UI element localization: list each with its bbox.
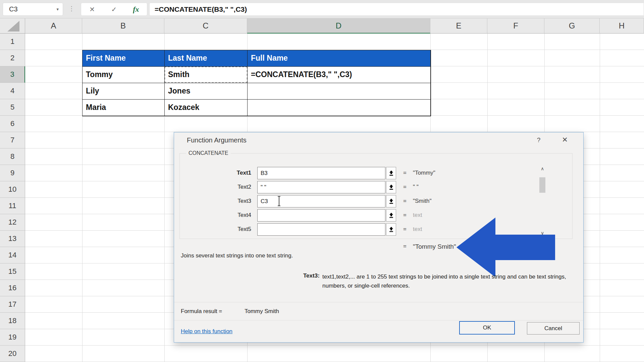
arg-help-label: Text3:: [303, 273, 320, 279]
row-header-5[interactable]: 5: [0, 99, 25, 116]
collapse-dialog-icon[interactable]: [386, 167, 396, 179]
arg-row-text3: Text3 = "Smith": [174, 195, 583, 207]
annotation-arrow: [457, 218, 555, 277]
cell-B3[interactable]: Tommy: [83, 67, 165, 83]
row-header-4[interactable]: 4: [0, 83, 25, 99]
collapse-dialog-icon[interactable]: [386, 195, 396, 207]
row-headers: 1234567891011121314151617181920: [0, 34, 25, 362]
cell-C5[interactable]: Kozacek: [165, 100, 248, 116]
dialog-close-icon[interactable]: ✕: [559, 136, 571, 144]
cell-D4[interactable]: [248, 83, 431, 100]
row-header-18[interactable]: 18: [0, 313, 25, 329]
arg-result: " ": [413, 184, 419, 190]
row-header-20[interactable]: 20: [0, 346, 25, 362]
column-header-C[interactable]: C: [164, 18, 247, 34]
cancel-button[interactable]: Cancel: [527, 322, 580, 335]
name-box-value: C3: [3, 5, 56, 13]
row-header-8[interactable]: 8: [0, 148, 25, 165]
formula-result-value: Tommy Smith: [245, 308, 279, 315]
row-header-11[interactable]: 11: [0, 198, 25, 214]
arg-result: text: [413, 226, 422, 233]
row-header-19[interactable]: 19: [0, 329, 25, 346]
arg-result: "Smith": [413, 198, 432, 204]
row-header-6[interactable]: 6: [0, 116, 25, 132]
collapse-dialog-icon[interactable]: [386, 209, 396, 222]
divider: [174, 302, 583, 302]
cell-D5[interactable]: [248, 100, 431, 116]
cell-C2[interactable]: Last Name: [165, 50, 248, 67]
overall-result-value: "Tommy Smith": [413, 243, 456, 250]
cell-D3[interactable]: =CONCATENATE(B3," ",C3): [248, 67, 431, 83]
row-header-10[interactable]: 10: [0, 181, 25, 198]
formula-buttons: ✕ ✓ fx: [81, 3, 147, 16]
collapse-dialog-icon[interactable]: [386, 181, 396, 193]
arg-label: Text2: [174, 184, 251, 190]
equals-sign: =: [401, 212, 409, 219]
insert-function-icon[interactable]: fx: [127, 5, 144, 14]
scrollbar-thumb[interactable]: [539, 177, 545, 193]
row-header-15[interactable]: 15: [0, 263, 25, 280]
row-header-3[interactable]: 3: [0, 66, 25, 83]
ok-button[interactable]: OK: [459, 321, 515, 335]
cell-B5[interactable]: Maria: [83, 100, 165, 116]
formula-input[interactable]: [150, 3, 644, 15]
function-arguments-dialog: Function Arguments ? ✕ CONCATENATE Text1…: [174, 132, 584, 343]
function-name: CONCATENATE: [186, 150, 231, 156]
row-header-17[interactable]: 17: [0, 296, 25, 313]
cancel-entry-icon[interactable]: ✕: [84, 5, 101, 13]
row-header-7[interactable]: 7: [0, 132, 25, 148]
arg-help-text: text1,text2,... are 1 to 255 text string…: [322, 273, 568, 290]
arg-input-text5[interactable]: [257, 223, 385, 236]
gridline-vertical: [600, 34, 600, 362]
help-on-function-link[interactable]: Help on this function: [181, 328, 232, 335]
arg-result: "Tommy": [413, 170, 435, 176]
cell-B2[interactable]: First Name: [83, 50, 165, 67]
column-header-B[interactable]: B: [82, 18, 164, 34]
row-header-9[interactable]: 9: [0, 165, 25, 181]
cell-C3[interactable]: Smith: [165, 67, 248, 83]
equals-sign: =: [401, 226, 409, 233]
arg-result: text: [413, 212, 422, 219]
arg-label: Text4: [174, 212, 251, 219]
dialog-title: Function Arguments: [187, 136, 247, 144]
formula-result-label: Formula result =: [181, 308, 222, 315]
equals-sign: =: [401, 243, 409, 250]
row-header-14[interactable]: 14: [0, 247, 25, 263]
arg-row-text1: Text1 = "Tommy": [174, 167, 583, 179]
confirm-entry-icon[interactable]: ✓: [106, 5, 122, 13]
arg-input-text1[interactable]: [257, 167, 385, 179]
column-header-H[interactable]: H: [600, 18, 644, 34]
column-header-G[interactable]: G: [544, 18, 600, 34]
column-header-F[interactable]: F: [487, 18, 544, 34]
collapse-dialog-icon[interactable]: [386, 223, 396, 236]
row-header-13[interactable]: 13: [0, 231, 25, 247]
arg-row-text2: Text2 = " ": [174, 181, 583, 193]
formula-bar: [149, 3, 644, 16]
arg-input-text2[interactable]: [257, 181, 385, 193]
arg-label: Text1: [174, 170, 251, 176]
equals-sign: =: [401, 184, 409, 190]
cell-B4[interactable]: Lily: [83, 83, 165, 100]
cell-C4[interactable]: Jones: [165, 83, 248, 100]
row-header-1[interactable]: 1: [0, 34, 25, 50]
arg-label: Text3: [174, 198, 251, 204]
select-all-triangle-icon: [7, 21, 19, 32]
column-header-A[interactable]: A: [25, 18, 82, 34]
dialog-help-icon[interactable]: ?: [534, 136, 544, 144]
more-options-icon: ⋮: [68, 5, 75, 12]
column-header-E[interactable]: E: [430, 18, 487, 34]
arg-input-text4[interactable]: [257, 209, 385, 222]
name-box[interactable]: C3 ▾: [3, 3, 63, 16]
equals-sign: =: [401, 198, 409, 204]
column-headers: ABCDEFGH: [0, 18, 644, 34]
column-header-D[interactable]: D: [247, 18, 430, 34]
row-header-16[interactable]: 16: [0, 280, 25, 296]
select-all-corner[interactable]: [0, 18, 25, 34]
data-table: First Name Last Name Full Name Tommy Smi…: [82, 50, 431, 116]
row-header-2[interactable]: 2: [0, 50, 25, 66]
name-box-dropdown-icon[interactable]: ▾: [56, 7, 63, 12]
cell-D2[interactable]: Full Name: [248, 50, 431, 67]
row-header-12[interactable]: 12: [0, 214, 25, 231]
ibeam-cursor: [276, 196, 282, 206]
scroll-up-icon[interactable]: ∧: [538, 166, 546, 171]
